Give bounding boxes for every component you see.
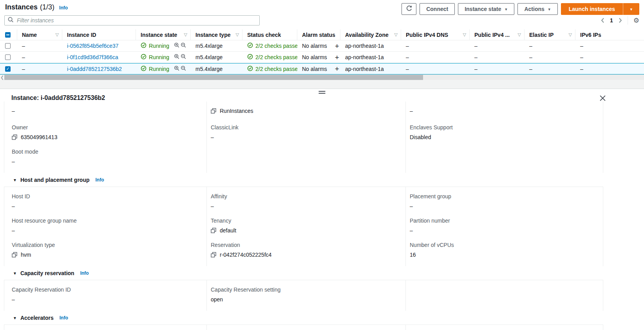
refresh-button[interactable] [402,3,416,15]
column-header-availability-zone[interactable]: Availability Zone▽ [340,29,401,40]
toolbar-buttons: Connect Instance state ▼ Actions ▼ Launc… [402,3,639,15]
cell-public-ipv4-dns: – [401,63,470,74]
copy-icon[interactable] [211,228,216,233]
scroll-left-button[interactable]: ❮ [0,75,4,80]
cell-name: – [17,40,62,51]
column-header-public-ipv4[interactable]: Public IPv4 ...▽ [470,29,525,40]
collapse-triangle-icon[interactable]: ▼ [13,316,17,320]
field-value: 635049961413 [21,134,57,140]
panel-gap [0,80,644,89]
copy-icon[interactable] [211,108,216,114]
field-enclaves-support: Enclaves Support Disabled [410,124,599,140]
section-capacity-reservation: ▼ Capacity reservation Info [4,266,603,280]
instance-id-link[interactable]: i-0562f854b5ef6ce37 [67,43,119,49]
field-placement-group: Placement group – [410,193,599,209]
table-row[interactable]: – i-0f1cd9d36d7f366ca Running m5.4xlarge… [0,52,644,63]
column-header-elastic-ip[interactable]: Elastic IP▽ [525,29,575,40]
prev-page-button[interactable] [601,18,604,23]
zoom-out-icon[interactable] [181,65,186,73]
panel-resize-handle[interactable] [319,91,326,94]
cell-ipv6: – [575,52,644,63]
sort-icon[interactable]: ▽ [569,32,572,37]
collapse-triangle-icon[interactable]: ▼ [13,271,17,276]
sort-icon[interactable]: ▽ [236,32,239,37]
field-label: Boot mode [12,149,203,155]
close-icon[interactable] [600,95,606,101]
zoom-out-icon[interactable] [181,42,186,49]
instances-table: Name▽ Instance ID Instance state▽ Instan… [0,29,644,74]
sort-icon[interactable]: ▽ [56,32,59,37]
chevron-down-icon: ▼ [505,7,508,11]
section-host-placement: ▼ Host and placement group Info [4,173,603,187]
scrollbar-thumb[interactable] [4,75,423,80]
table-row-selected[interactable]: – i-0addd7852127536b2 Running m5.4xlarge… [0,63,644,74]
column-header-status-check[interactable]: Status check [242,29,297,40]
field-label: ClassicLink [211,124,402,131]
launch-instances-button[interactable]: Launch instances [561,3,623,15]
row-checkbox[interactable] [5,54,11,60]
status-check-icon [247,65,253,73]
cell-public-ipv4: – [470,52,525,63]
field-capacity-reservation-id: Capacity Reservation ID – [12,286,203,303]
instance-id-link[interactable]: i-0f1cd9d36d7f366ca [67,54,118,60]
copy-icon[interactable] [12,252,17,257]
row-checkbox[interactable] [5,43,11,49]
select-all-cell [0,29,17,40]
sort-icon[interactable]: ▽ [518,32,521,37]
cell-elastic-ip: – [525,63,575,74]
instance-state-dropdown[interactable]: Instance state ▼ [458,3,514,15]
sort-icon[interactable]: ▽ [463,32,466,37]
column-header-public-ipv4-dns[interactable]: Public IPv4 DNS▽ [401,29,470,40]
instance-id-link[interactable]: i-0addd7852127536b2 [67,66,122,72]
info-link[interactable]: Info [60,315,68,321]
zoom-out-icon[interactable] [181,54,186,61]
next-page-button[interactable] [619,18,622,23]
copy-icon[interactable] [12,134,17,140]
actions-dropdown[interactable]: Actions ▼ [517,3,557,15]
copy-icon[interactable] [211,252,216,257]
details-grid-host: Host ID – Host resource group name – Vir… [4,187,603,266]
column-header-instance-state[interactable]: Instance state▽ [136,29,191,40]
add-alarm-button[interactable]: + [335,54,339,61]
table-header-row: Name▽ Instance ID Instance state▽ Instan… [0,29,644,40]
table-row[interactable]: – i-0562f854b5ef6ce37 Running m5.4xlarge… [0,40,644,52]
instance-state-value: Running [149,54,169,60]
collapse-triangle-icon[interactable]: ▼ [13,178,17,182]
column-header-ipv6-ips[interactable]: IPv6 IPs [575,29,644,40]
zoom-in-icon[interactable] [174,65,180,73]
launch-instances-label: Launch instances [569,6,615,12]
zoom-in-icon[interactable] [174,42,180,49]
cell-name: – [17,63,62,74]
horizontal-scrollbar[interactable]: ❮ [0,74,644,80]
cell-public-ipv4-dns: – [401,40,470,51]
sort-icon[interactable]: ▽ [184,32,187,37]
filter-instances-searchbox[interactable] [4,15,260,25]
row-checkbox[interactable] [5,66,11,72]
connect-label: Connect [426,6,448,12]
column-header-alarm-status[interactable]: Alarm status [297,29,340,40]
column-header-instance-type[interactable]: Instance type▽ [191,29,242,40]
field-virtualization-type: Virtualization type hvm [12,242,203,258]
column-header-name[interactable]: Name▽ [17,29,62,40]
add-alarm-button[interactable]: + [335,42,339,50]
current-page[interactable]: 1 [610,17,613,24]
connect-button[interactable]: Connect [420,3,455,15]
field-host-resource-group: Host resource group name – [12,218,203,234]
info-link[interactable]: Info [59,5,68,11]
cell-public-ipv4: – [470,40,525,51]
cell-public-ipv4: – [470,63,525,74]
filter-instances-input[interactable] [17,17,256,24]
column-header-instance-id[interactable]: Instance ID [62,29,136,40]
info-link[interactable]: Info [80,270,89,276]
launch-instances-caret-button[interactable]: ▼ [623,3,639,15]
zoom-in-icon[interactable] [174,54,180,61]
field-reservation: Reservation r-042f274c052225fc4 [211,242,402,258]
field-owner: Owner 635049961413 [12,124,203,140]
select-all-checkbox[interactable] [5,32,11,38]
preferences-gear-icon[interactable]: ⚙ [633,17,639,24]
field-boot-mode: Boot mode – [12,149,203,165]
add-alarm-button[interactable]: + [335,65,339,73]
sort-icon[interactable]: ▽ [394,32,398,37]
filter-row: 1 ⚙ [0,14,644,26]
info-link[interactable]: Info [95,177,104,183]
